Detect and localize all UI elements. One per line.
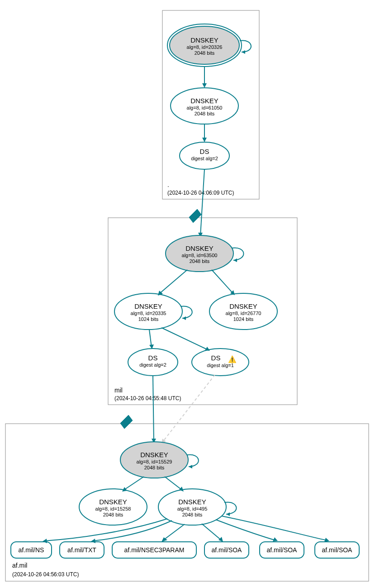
- zone-ts-mil: (2024-10-26 04:55:48 UTC): [114, 395, 181, 402]
- svg-text:2048 bits: 2048 bits: [195, 50, 215, 56]
- rr-afmil-soa-1[interactable]: af.mil/SOA: [204, 542, 249, 558]
- svg-text:af.mil/NS: af.mil/NS: [19, 546, 44, 554]
- edge-rootds-milksk: [200, 169, 204, 235]
- delegation-arrow-root-mil: [189, 209, 201, 223]
- svg-text:digest alg=1: digest alg=1: [207, 363, 234, 368]
- node-af-zsk1[interactable]: DNSKEY alg=8, id=15258 2048 bits: [79, 489, 147, 525]
- node-mil-zsk2[interactable]: DNSKEY alg=8, id=26770 1024 bits: [209, 293, 277, 330]
- node-root-zsk[interactable]: DNSKEY alg=8, id=61050 2048 bits: [171, 88, 238, 124]
- svg-text:DS: DS: [148, 354, 158, 362]
- svg-text:af.mil/NSEC3PARAM: af.mil/NSEC3PARAM: [124, 546, 185, 554]
- zone-label-afmil: af.mil: [12, 562, 27, 569]
- node-root-ds[interactable]: DS digest alg=2: [180, 142, 229, 169]
- rr-afmil-soa-3[interactable]: af.mil/SOA: [315, 542, 359, 558]
- rr-afmil-nsec3param[interactable]: af.mil/NSEC3PARAM: [112, 542, 196, 558]
- node-mil-ds2[interactable]: DS ⚠️ digest alg=1: [192, 349, 249, 376]
- svg-text:af.mil/SOA: af.mil/SOA: [322, 546, 353, 554]
- svg-marker-57: [226, 512, 230, 516]
- svg-text:alg=8, id=15258: alg=8, id=15258: [95, 506, 131, 512]
- svg-text:alg=8, id=20326: alg=8, id=20326: [187, 44, 223, 50]
- svg-text:alg=8, id=61050: alg=8, id=61050: [187, 105, 223, 110]
- svg-marker-46: [189, 465, 192, 468]
- zone-ts-afmil: (2024-10-26 04:56:03 UTC): [12, 571, 79, 578]
- edge-milds1-afksk: [153, 376, 154, 441]
- svg-marker-14: [202, 138, 207, 142]
- svg-text:2048 bits: 2048 bits: [103, 512, 123, 517]
- zone-label-root: .: [167, 181, 169, 188]
- svg-text:digest alg=2: digest alg=2: [191, 156, 218, 161]
- rr-afmil-soa-2[interactable]: af.mil/SOA: [260, 542, 304, 558]
- node-mil-ds1[interactable]: DS digest alg=2: [128, 349, 178, 376]
- svg-text:digest alg=2: digest alg=2: [139, 362, 166, 368]
- svg-marker-5: [242, 50, 245, 54]
- svg-text:af.mil/SOA: af.mil/SOA: [212, 546, 242, 554]
- svg-text:alg=8, id=63500: alg=8, id=63500: [182, 253, 218, 258]
- svg-marker-73: [218, 537, 223, 542]
- svg-text:2048 bits: 2048 bits: [195, 111, 215, 116]
- zone-ts-root: (2024-10-26 04:06:09 UTC): [167, 190, 234, 196]
- svg-text:af.mil/SOA: af.mil/SOA: [267, 546, 298, 554]
- svg-text:DNSKEY: DNSKEY: [140, 451, 168, 459]
- svg-text:2048 bits: 2048 bits: [190, 258, 210, 264]
- svg-marker-75: [324, 538, 329, 542]
- rr-afmil-ns[interactable]: af.mil/NS: [11, 542, 52, 558]
- svg-text:DS: DS: [200, 148, 209, 155]
- svg-text:DNSKEY: DNSKEY: [134, 302, 162, 310]
- node-mil-zsk1[interactable]: DNSKEY alg=8, id=20335 1024 bits: [114, 293, 182, 330]
- svg-marker-31: [182, 316, 186, 320]
- svg-text:DNSKEY: DNSKEY: [190, 97, 218, 105]
- svg-text:af.mil/TXT: af.mil/TXT: [67, 546, 96, 554]
- svg-point-35: [192, 349, 249, 376]
- svg-text:1024 bits: 1024 bits: [233, 316, 254, 322]
- delegation-arrow-mil-af: [120, 415, 133, 429]
- node-mil-ksk[interactable]: DNSKEY alg=8, id=63500 2048 bits: [166, 235, 233, 272]
- svg-text:DS: DS: [211, 354, 221, 362]
- svg-text:DNSKEY: DNSKEY: [190, 36, 218, 44]
- node-root-ksk[interactable]: DNSKEY alg=8, id=20326 2048 bits: [167, 24, 242, 67]
- svg-marker-10: [202, 83, 207, 88]
- svg-text:DNSKEY: DNSKEY: [229, 302, 257, 310]
- svg-marker-20: [233, 258, 237, 262]
- svg-text:DNSKEY: DNSKEY: [178, 498, 206, 506]
- svg-text:DNSKEY: DNSKEY: [99, 498, 127, 506]
- svg-text:alg=8, id=15529: alg=8, id=15529: [137, 459, 172, 464]
- svg-text:alg=8, id=495: alg=8, id=495: [177, 506, 208, 512]
- dnssec-diagram: . (2024-10-26 04:06:09 UTC) mil (2024-10…: [0, 0, 375, 588]
- edge-milds2-afksk: [162, 375, 215, 442]
- svg-text:2048 bits: 2048 bits: [182, 512, 203, 517]
- svg-text:2048 bits: 2048 bits: [144, 465, 165, 470]
- svg-text:alg=8, id=20335: alg=8, id=20335: [131, 311, 166, 316]
- svg-text:alg=8, id=26770: alg=8, id=26770: [226, 311, 261, 316]
- svg-text:DNSKEY: DNSKEY: [185, 244, 214, 252]
- rr-afmil-txt[interactable]: af.mil/TXT: [60, 542, 104, 558]
- zone-label-mil: mil: [114, 387, 123, 394]
- svg-text:1024 bits: 1024 bits: [138, 316, 159, 322]
- node-af-ksk[interactable]: DNSKEY alg=8, id=15529 2048 bits: [120, 442, 188, 478]
